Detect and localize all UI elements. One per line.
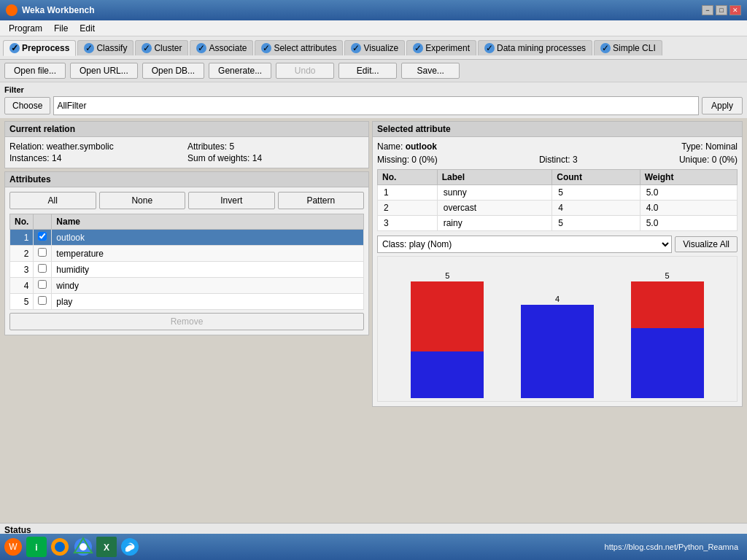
selected-attr-content: Name: outlook Type: Nominal Missing: 0 (… bbox=[373, 137, 742, 406]
distinct-info: Distinct: 3 bbox=[539, 155, 578, 165]
tab-select-attributes[interactable]: ✓ Select attributes bbox=[255, 40, 343, 55]
tab-classify[interactable]: ✓ Classify bbox=[77, 40, 133, 55]
type-label: Type: bbox=[681, 141, 703, 152]
titlebar: Weka Workbench − □ ✕ bbox=[0, 0, 747, 20]
row-no: 5 bbox=[10, 294, 34, 310]
attributes-box: Attributes All None Invert Pattern No. N… bbox=[4, 171, 369, 335]
menu-file[interactable]: File bbox=[48, 22, 74, 35]
close-button[interactable]: ✕ bbox=[729, 5, 741, 15]
undo-button[interactable]: Undo bbox=[276, 63, 334, 79]
cell-count: 5 bbox=[552, 185, 640, 201]
distinct-value: 3 bbox=[573, 155, 578, 165]
taskbar-bird-icon[interactable] bbox=[120, 537, 140, 557]
class-select[interactable]: Class: play (Nom) bbox=[377, 236, 672, 253]
main-panels: Current relation Relation: weather.symbo… bbox=[0, 118, 747, 413]
generate-button[interactable]: Generate... bbox=[209, 63, 271, 79]
apply-button[interactable]: Apply bbox=[702, 97, 743, 114]
row-checkbox[interactable] bbox=[34, 294, 52, 310]
col-name: Name bbox=[52, 214, 364, 230]
open-db-button[interactable]: Open DB... bbox=[142, 63, 204, 79]
name-label: Name: bbox=[377, 141, 403, 152]
table-row[interactable]: 3 humidity bbox=[10, 262, 364, 278]
selected-attr-table: No. Label Count Weight 1 sunny 5 5.0 2 o… bbox=[377, 169, 738, 231]
visualize-all-button[interactable]: Visualize All bbox=[675, 236, 738, 252]
table-row: 2 overcast 4 4.0 bbox=[378, 201, 738, 216]
svg-text:W: W bbox=[9, 542, 18, 552]
edit-button[interactable]: Edit... bbox=[338, 63, 397, 79]
missing-value: 0 (0%) bbox=[411, 155, 437, 165]
cell-weight: 5.0 bbox=[640, 185, 737, 201]
sum-weights-info: Sum of weights: 14 bbox=[187, 153, 364, 163]
invert-button[interactable]: Invert bbox=[188, 192, 275, 209]
svg-text:i: i bbox=[35, 542, 37, 553]
tab-data-mining[interactable]: ✓ Data mining processes bbox=[478, 40, 592, 55]
associate-icon: ✓ bbox=[196, 43, 206, 53]
col-count-header: Count bbox=[552, 170, 640, 185]
taskbar-url: https://blog.csdn.net/Python_Reamna bbox=[605, 542, 744, 551]
bar-count-label: 4 bbox=[555, 295, 560, 303]
taskbar-icon-2[interactable]: i bbox=[26, 537, 47, 557]
tab-experiment[interactable]: ✓ Experiment bbox=[406, 40, 476, 55]
menubar: Program File Edit bbox=[0, 20, 747, 36]
tab-simple-cli[interactable]: ✓ Simple CLI bbox=[594, 40, 662, 55]
filter-input[interactable] bbox=[53, 96, 699, 115]
menu-program[interactable]: Program bbox=[3, 22, 48, 35]
none-button[interactable]: None bbox=[99, 192, 186, 209]
unique-info: Unique: 0 (0%) bbox=[679, 155, 738, 165]
cell-label: overcast bbox=[437, 201, 552, 216]
select-attr-icon: ✓ bbox=[261, 43, 271, 53]
filter-section: Filter Choose Apply bbox=[0, 82, 747, 118]
tab-associate[interactable]: ✓ Associate bbox=[190, 40, 253, 55]
taskbar-excel-icon[interactable]: X bbox=[96, 537, 117, 557]
tab-visualize-label: Visualize bbox=[363, 43, 398, 53]
row-name: humidity bbox=[52, 262, 364, 278]
tab-data-mining-label: Data mining processes bbox=[497, 43, 586, 53]
row-checkbox[interactable] bbox=[34, 262, 52, 278]
table-row[interactable]: 1 outlook bbox=[10, 230, 364, 246]
menu-edit[interactable]: Edit bbox=[74, 22, 101, 35]
tab-preprocess[interactable]: ✓ Preprocess bbox=[3, 40, 76, 56]
taskbar-chrome-icon[interactable] bbox=[73, 537, 93, 557]
row-checkbox[interactable] bbox=[34, 230, 52, 246]
col-no: No. bbox=[10, 214, 34, 230]
tab-cluster[interactable]: ✓ Cluster bbox=[135, 40, 188, 55]
tab-classify-label: Classify bbox=[96, 43, 127, 53]
svg-point-7 bbox=[80, 543, 87, 551]
instances-value: 14 bbox=[52, 153, 61, 163]
simple-cli-icon: ✓ bbox=[600, 43, 611, 53]
data-mining-icon: ✓ bbox=[484, 43, 495, 53]
open-url-button[interactable]: Open URL... bbox=[70, 63, 138, 79]
weka-icon bbox=[6, 4, 18, 16]
minimize-button[interactable]: − bbox=[702, 5, 713, 15]
all-button[interactable]: All bbox=[9, 192, 96, 209]
tab-select-attr-label: Select attributes bbox=[274, 43, 336, 53]
row-checkbox[interactable] bbox=[34, 246, 52, 262]
table-row[interactable]: 2 temperature bbox=[10, 246, 364, 262]
cell-no: 2 bbox=[378, 201, 438, 216]
unique-label: Unique: bbox=[679, 155, 709, 165]
table-row[interactable]: 5 play bbox=[10, 294, 364, 310]
row-checkbox[interactable] bbox=[34, 278, 52, 294]
pattern-button[interactable]: Pattern bbox=[278, 192, 365, 209]
cell-label: rainy bbox=[437, 216, 552, 231]
col-weight-header: Weight bbox=[640, 170, 737, 185]
save-button[interactable]: Save... bbox=[401, 63, 460, 79]
left-panel: Current relation Relation: weather.symbo… bbox=[4, 121, 369, 410]
taskbar-firefox-icon[interactable] bbox=[50, 537, 70, 557]
toolbar: Open file... Open URL... Open DB... Gene… bbox=[0, 60, 747, 82]
maximize-button[interactable]: □ bbox=[716, 5, 727, 15]
choose-button[interactable]: Choose bbox=[4, 97, 50, 114]
missing-label: Missing: bbox=[377, 155, 409, 165]
tab-visualize[interactable]: ✓ Visualize bbox=[344, 40, 405, 55]
experiment-icon: ✓ bbox=[413, 43, 423, 53]
taskbar-icon-1[interactable]: W bbox=[3, 537, 23, 557]
row-no: 3 bbox=[10, 262, 34, 278]
table-row[interactable]: 4 windy bbox=[10, 278, 364, 294]
instances-label: Instances: bbox=[9, 153, 50, 163]
distinct-label: Distinct: bbox=[539, 155, 570, 165]
sum-weights-label: Sum of weights: bbox=[187, 153, 249, 163]
open-file-button[interactable]: Open file... bbox=[4, 63, 66, 79]
remove-button[interactable]: Remove bbox=[9, 313, 364, 330]
bar-red-segment bbox=[411, 281, 484, 351]
current-relation-box: Current relation Relation: weather.symbo… bbox=[4, 121, 369, 168]
